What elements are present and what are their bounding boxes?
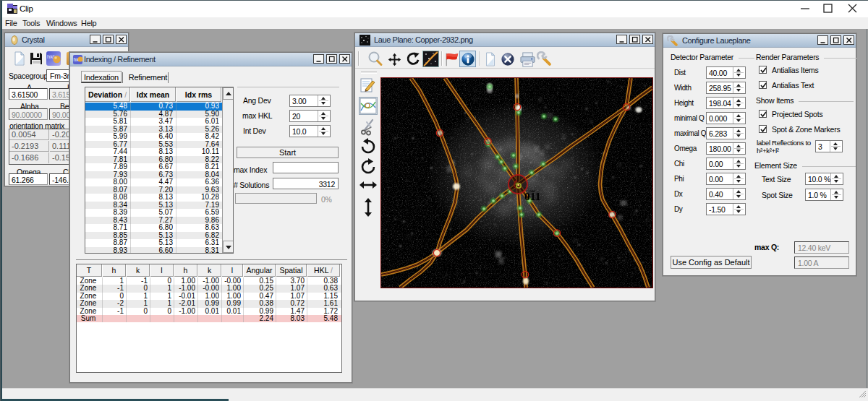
svg-text:111: 111 — [639, 113, 652, 124]
svg-text:111: 111 — [442, 262, 456, 273]
svg-text:011: 011 — [524, 190, 540, 202]
